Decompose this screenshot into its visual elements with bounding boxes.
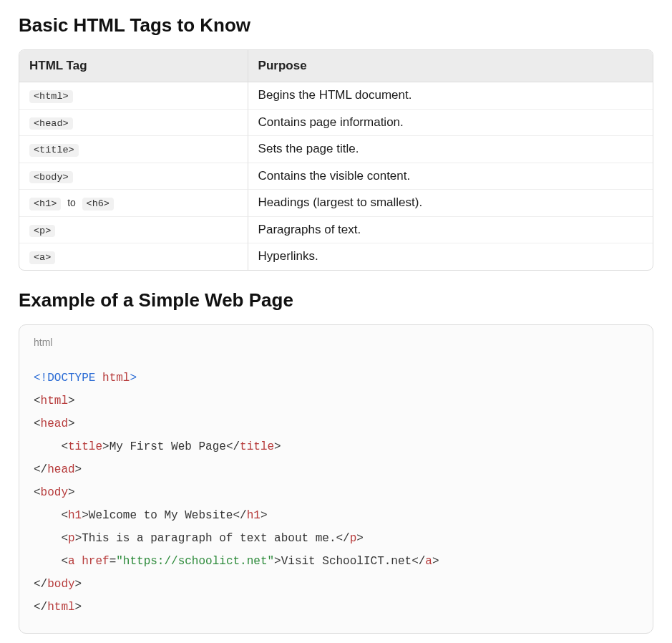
href-value: "https://schoolict.net" (116, 555, 274, 568)
tag-body-close: body (47, 578, 74, 591)
doctype-prefix: <!DOCTYPE (34, 372, 95, 385)
tag-head-close: head (47, 463, 74, 476)
tag-code-to: <h6> (82, 198, 114, 211)
tags-table: HTML Tag Purpose <html> Begins the HTML … (19, 49, 653, 271)
tag-purpose: Contains the visible content. (248, 163, 653, 190)
title-text: My First Web Page (109, 440, 226, 453)
code-block: html <!DOCTYPE html> <html> <head> <titl… (19, 324, 653, 634)
section-title-tags: Basic HTML Tags to Know (19, 14, 653, 37)
tag-code: <body> (29, 171, 73, 184)
tag-purpose: Contains page information. (248, 110, 653, 137)
tag-purpose: Paragraphs of text. (248, 217, 653, 244)
tag-html-open: html (41, 395, 68, 407)
table-row: <html> Begins the HTML document. (19, 82, 653, 110)
table-row: <body> Contains the visible content. (19, 163, 653, 190)
tag-code: <html> (29, 90, 73, 103)
table-row: <title> Sets the page title. (19, 136, 653, 163)
tag-purpose: Headings (largest to smallest). (248, 190, 653, 217)
section-title-example: Example of a Simple Web Page (19, 289, 653, 311)
table-row: <a> Hyperlinks. (19, 243, 653, 270)
tag-a-close: a (425, 555, 432, 568)
table-row: <head> Contains page information. (19, 110, 653, 137)
a-text: Visit SchoolICT.net (281, 555, 412, 568)
tag-head-open: head (41, 417, 68, 430)
tag-purpose: Hyperlinks. (248, 243, 653, 270)
tag-code-from: <h1> (29, 198, 61, 211)
attr-href: href (82, 555, 109, 568)
tag-title-close: title (240, 440, 274, 453)
doctype-html: html (102, 372, 130, 385)
tag-body-open: body (41, 486, 68, 499)
table-row: <h1> to <h6> Headings (largest to smalle… (19, 190, 653, 217)
tag-h1-open: h1 (68, 509, 82, 522)
tag-code: <head> (29, 117, 73, 130)
p-text: This is a paragraph of text about me. (82, 532, 336, 545)
tag-purpose: Begins the HTML document. (248, 82, 653, 110)
col-header-tag: HTML Tag (19, 50, 248, 82)
tag-a-open: a (68, 555, 75, 568)
tag-html-close: html (47, 601, 74, 614)
tag-title-open: title (68, 440, 102, 453)
code-language-label: html (34, 337, 638, 348)
h1-text: Welcome to My Website (89, 509, 233, 522)
tag-code: <title> (29, 144, 79, 157)
tag-h1-close: h1 (247, 509, 260, 522)
tag-range-between: to (64, 197, 79, 208)
tag-p-open: p (68, 532, 75, 545)
code-content: <!DOCTYPE html> <html> <head> <title>My … (34, 367, 638, 619)
tag-purpose: Sets the page title. (248, 136, 653, 163)
col-header-purpose: Purpose (248, 50, 653, 82)
tag-code: <a> (29, 251, 55, 264)
doctype-suffix: > (130, 372, 137, 385)
tag-code: <p> (29, 225, 55, 238)
tag-p-close: p (350, 532, 357, 545)
table-row: <p> Paragraphs of text. (19, 217, 653, 244)
